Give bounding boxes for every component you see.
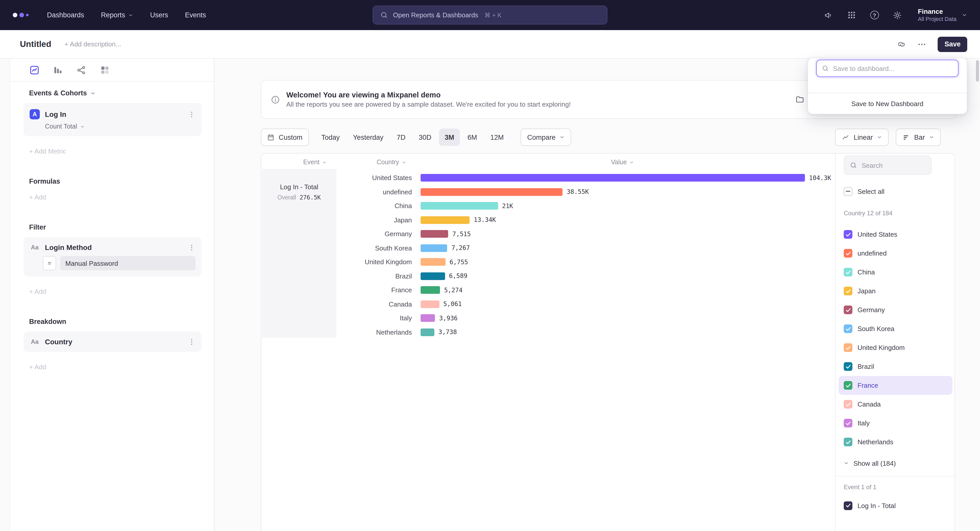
nav-item-events[interactable]: Events [185, 11, 206, 19]
bar-value: 104.3K [809, 174, 831, 182]
more-options-icon[interactable] [918, 40, 927, 49]
kebab-menu-icon[interactable] [188, 244, 196, 251]
checkbox-checked[interactable] [844, 381, 853, 390]
save-button[interactable]: Save [938, 36, 967, 52]
add-metric-button[interactable]: + Add Metric [29, 147, 214, 155]
checkbox-checked[interactable] [844, 437, 853, 446]
checkbox-checked[interactable] [844, 306, 853, 314]
date-range-label: Custom [279, 133, 302, 141]
column-header-event[interactable]: Event [303, 159, 327, 166]
date-range-30d[interactable]: 30D [413, 128, 437, 146]
date-range-6m[interactable]: 6M [462, 128, 483, 146]
date-range-12m[interactable]: 12M [485, 128, 509, 146]
add-filter-button[interactable]: + Add [29, 288, 214, 295]
checkbox-checked[interactable] [844, 343, 853, 352]
search-icon [822, 65, 829, 72]
save-to-new-dashboard-item[interactable]: Save to New Dashboard [808, 94, 967, 114]
legend-country-netherlands[interactable]: Netherlands [838, 433, 953, 452]
date-range-label: 7D [396, 133, 406, 141]
metric-card[interactable]: A Log In Count Total [24, 103, 202, 136]
report-title[interactable]: Untitled [20, 39, 51, 49]
project-name: Finance [918, 7, 956, 15]
bar-country-label: United States [343, 174, 412, 182]
legend-country-label: Netherlands [858, 438, 893, 446]
legend-search[interactable] [844, 155, 932, 175]
tab-retention[interactable] [100, 65, 110, 75]
add-breakdown-button[interactable]: + Add [29, 363, 214, 371]
kebab-menu-icon[interactable] [188, 111, 196, 118]
checkbox-indeterminate[interactable] [844, 187, 853, 196]
query-builder-body: Events & Cohorts A Log In Count Tota [10, 82, 214, 371]
legend-event-row[interactable]: Log In - Total [844, 498, 947, 513]
help-icon[interactable]: ? [869, 10, 880, 21]
checkbox-checked[interactable] [844, 324, 853, 333]
legend-country-china[interactable]: China [838, 263, 953, 282]
filter-card[interactable]: Aa Login Method = Manual Password [24, 237, 202, 276]
checkbox-checked[interactable] [844, 249, 853, 258]
nav-item-users[interactable]: Users [150, 11, 168, 19]
aggregation-dropdown[interactable]: Count Total [45, 123, 196, 130]
legend-country-united-states[interactable]: United States [838, 225, 953, 244]
mixpanel-logo[interactable] [13, 13, 29, 17]
legend-country-united-kingdom[interactable]: United Kingdom [838, 338, 953, 357]
filter-value-field[interactable]: Manual Password [60, 256, 196, 270]
column-header-value[interactable]: Value [611, 159, 634, 166]
legend-country-undefined[interactable]: undefined [838, 244, 953, 263]
checkbox-checked[interactable] [844, 362, 853, 371]
legend-country-germany[interactable]: Germany [838, 300, 953, 319]
date-range-3m[interactable]: 3M [439, 128, 460, 146]
checkbox-checked[interactable] [844, 501, 853, 510]
checkbox-checked[interactable] [844, 268, 853, 276]
tab-flows[interactable] [76, 65, 87, 75]
bar-row-germany: Germany7,515 [343, 227, 831, 241]
checkbox-checked[interactable] [844, 400, 853, 409]
whats-new-icon[interactable] [823, 10, 834, 21]
apps-grid-icon[interactable] [846, 10, 857, 21]
legend-country-canada[interactable]: Canada [838, 395, 953, 414]
tab-funnels[interactable] [52, 65, 63, 75]
legend-country-label: United States [858, 231, 897, 238]
scrollbar-thumb[interactable] [976, 60, 979, 82]
column-header-country[interactable]: Country [377, 159, 406, 166]
filter-operator[interactable]: = [43, 256, 56, 270]
breakdown-card[interactable]: Aa Country [24, 331, 202, 352]
date-range-today[interactable]: Today [316, 128, 345, 146]
bar-row-united-states: United States104.3K [343, 171, 831, 185]
add-formula-button[interactable]: + Add [29, 193, 214, 201]
scale-selector[interactable]: Linear [835, 128, 889, 146]
bar-row-china: China21K [343, 199, 831, 213]
nav-item-dashboards[interactable]: Dashboards [47, 11, 84, 19]
legend-search-input[interactable] [862, 162, 925, 169]
legend-country-france[interactable]: France [838, 376, 953, 395]
checkbox-checked[interactable] [844, 230, 853, 239]
date-range-custom[interactable]: Custom [261, 128, 309, 146]
legend-country-japan[interactable]: Japan [838, 282, 953, 300]
project-selector[interactable]: Finance All Project Data [918, 7, 967, 23]
collapsed-left-rail [0, 59, 10, 531]
legend-country-brazil[interactable]: Brazil [838, 357, 953, 376]
breakdown-property-name: Country [45, 338, 72, 346]
select-all-row[interactable]: Select all [844, 185, 947, 197]
date-range-yesterday[interactable]: Yesterday [347, 128, 389, 146]
bar-country-label: France [343, 287, 412, 294]
chart-type-selector[interactable]: Bar [896, 128, 941, 146]
events-cohorts-section-label[interactable]: Events & Cohorts [29, 89, 214, 97]
save-dashboard-input[interactable] [833, 65, 953, 72]
copy-link-icon[interactable] [897, 40, 906, 49]
compare-button[interactable]: Compare [520, 128, 571, 146]
tab-insights[interactable] [29, 65, 40, 75]
show-all-button[interactable]: Show all (184) [844, 455, 947, 471]
legend-country-south-korea[interactable]: South Korea [838, 319, 953, 338]
nav-item-reports[interactable]: Reports [101, 11, 134, 19]
bar-rows: United States104.3Kundefined38.55KChina2… [343, 171, 831, 339]
global-search[interactable]: Open Reports & Dashboards ⌘ + K [372, 6, 608, 24]
metric-event-name: Log In [45, 110, 66, 118]
bar-value: 6,755 [450, 258, 468, 266]
checkbox-checked[interactable] [844, 287, 853, 295]
date-range-7d[interactable]: 7D [391, 128, 411, 146]
report-description-placeholder[interactable]: + Add description... [65, 40, 121, 48]
settings-icon[interactable] [892, 10, 903, 21]
checkbox-checked[interactable] [844, 419, 853, 428]
kebab-menu-icon[interactable] [188, 338, 196, 346]
legend-country-italy[interactable]: Italy [838, 414, 953, 433]
